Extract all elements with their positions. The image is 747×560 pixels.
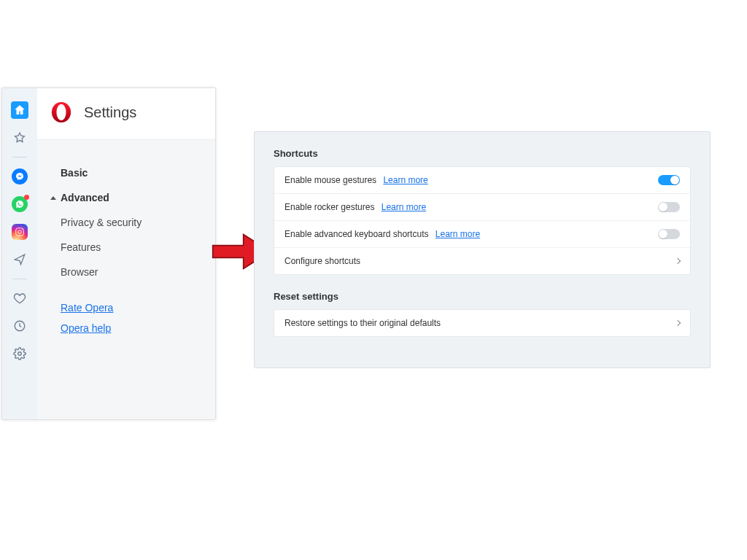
toggle-rocker-gestures[interactable] — [658, 202, 680, 212]
notification-dot — [24, 195, 29, 200]
restore-defaults-label: Restore settings to their original defau… — [285, 318, 441, 328]
opera-logo-icon — [50, 101, 72, 123]
gear-icon[interactable] — [11, 345, 28, 362]
learn-more-link[interactable]: Learn more — [382, 202, 426, 212]
send-icon[interactable] — [11, 251, 28, 268]
row-label: Enable advanced keyboard shortcuts Learn… — [285, 229, 480, 239]
toggle-mouse-gestures[interactable] — [658, 175, 680, 185]
mouse-gestures-label: Enable mouse gestures — [285, 175, 376, 185]
row-restore-defaults[interactable]: Restore settings to their original defau… — [274, 310, 690, 336]
rail-divider — [12, 157, 27, 158]
settings-sidebar-window: Settings Basic Advanced Privacy & securi… — [1, 88, 216, 420]
configure-shortcuts-label: Configure shortcuts — [285, 256, 360, 266]
whatsapp-icon[interactable] — [11, 195, 28, 213]
nav-advanced[interactable]: Advanced — [50, 185, 206, 210]
section-reset-title: Reset settings — [274, 291, 691, 302]
star-outline-icon[interactable] — [11, 129, 28, 147]
clock-icon[interactable] — [11, 317, 28, 335]
row-mouse-gestures: Enable mouse gestures Learn more — [274, 167, 690, 194]
shortcuts-card: Enable mouse gestures Learn more Enable … — [274, 166, 691, 275]
row-keyboard-shortcuts: Enable advanced keyboard shortcuts Learn… — [274, 221, 690, 248]
chevron-right-icon — [675, 258, 681, 264]
row-label: Enable rocker gestures Learn more — [285, 202, 426, 212]
settings-header: Settings — [37, 88, 215, 140]
section-shortcuts-title: Shortcuts — [274, 148, 691, 159]
nav-advanced-label: Advanced — [61, 192, 109, 203]
instagram-icon[interactable] — [11, 223, 28, 241]
svg-point-4 — [18, 352, 22, 356]
rocker-gestures-label: Enable rocker gestures — [285, 202, 374, 212]
reset-card: Restore settings to their original defau… — [274, 309, 691, 337]
keyboard-shortcuts-label: Enable advanced keyboard shortcuts — [285, 229, 428, 239]
rate-opera-link[interactable]: Rate Opera — [50, 298, 206, 318]
icon-rail — [2, 88, 37, 419]
settings-content-panel: Shortcuts Enable mouse gestures Learn mo… — [254, 131, 711, 368]
heart-outline-icon[interactable] — [11, 289, 28, 307]
svg-point-1 — [18, 230, 22, 234]
home-icon[interactable] — [11, 101, 28, 119]
chevron-right-icon — [675, 320, 681, 326]
nav-privacy[interactable]: Privacy & security — [50, 210, 206, 235]
learn-more-link[interactable]: Learn more — [383, 175, 427, 185]
rail-divider — [12, 279, 27, 279]
settings-title: Settings — [84, 104, 136, 121]
messenger-icon[interactable] — [11, 168, 28, 185]
nav-basic[interactable]: Basic — [50, 160, 206, 185]
row-rocker-gestures: Enable rocker gestures Learn more — [274, 194, 690, 221]
row-configure-shortcuts[interactable]: Configure shortcuts — [274, 248, 690, 274]
settings-nav: Basic Advanced Privacy & security Featur… — [37, 140, 215, 419]
toggle-keyboard-shortcuts[interactable] — [658, 229, 680, 239]
row-label: Enable mouse gestures Learn more — [285, 175, 428, 185]
nav-browser[interactable]: Browser — [50, 260, 206, 284]
opera-help-link[interactable]: Opera help — [50, 318, 206, 338]
settings-panel: Settings Basic Advanced Privacy & securi… — [37, 88, 215, 419]
svg-rect-0 — [16, 228, 24, 236]
svg-point-2 — [22, 229, 23, 230]
learn-more-link[interactable]: Learn more — [436, 229, 480, 239]
nav-features[interactable]: Features — [50, 235, 206, 260]
caret-up-icon — [50, 196, 56, 200]
